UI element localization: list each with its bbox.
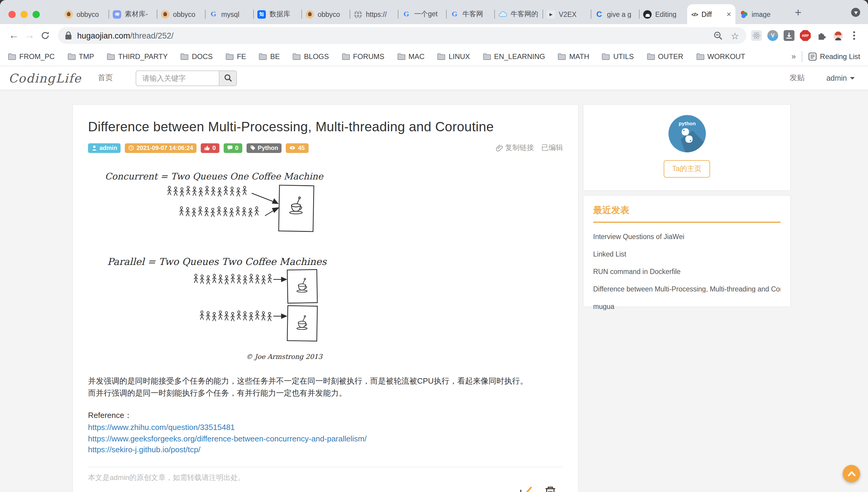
- folder-icon: [292, 53, 301, 60]
- bookmark-folder-outer[interactable]: OUTER: [647, 52, 683, 60]
- tab-niuke-2[interactable]: 牛客网的: [494, 4, 542, 24]
- recent-post-link[interactable]: Interview Questions of JiaWei: [593, 233, 781, 240]
- reference-link[interactable]: https://www.geeksforgeeks.org/difference…: [88, 434, 563, 444]
- likes-badge: 0: [201, 143, 219, 153]
- folder-icon: [437, 53, 446, 60]
- recent-post-link[interactable]: Linked List: [593, 250, 781, 258]
- bookmark-folder-mac[interactable]: MAC: [397, 52, 424, 60]
- forward-button[interactable]: →: [22, 28, 38, 43]
- tab-diff-active[interactable]: </> Diff ×: [687, 4, 735, 24]
- python-avatar[interactable]: python: [668, 115, 706, 152]
- google-favicon: G: [209, 10, 218, 18]
- reload-button[interactable]: [38, 28, 53, 43]
- article-actions: [88, 485, 563, 492]
- tab-list: obbyco 素材库- obbyco G mysql 知 数据库 obbyco: [60, 4, 783, 24]
- bookmark-folder-be[interactable]: BE: [259, 52, 280, 60]
- tab-image[interactable]: image: [735, 4, 783, 24]
- cloud-favicon: [498, 10, 507, 18]
- folder-icon: [397, 53, 405, 60]
- tab-niuke-1[interactable]: G 牛客网: [446, 4, 494, 24]
- recent-post-link[interactable]: RUN command in Dockerfile: [593, 268, 781, 275]
- profile-avatar-icon[interactable]: [832, 30, 843, 41]
- bookmarks-overflow-chevron[interactable]: »: [792, 52, 796, 61]
- url-text: hugaojian.com/thread/252/: [77, 31, 173, 40]
- adblock-plus-icon[interactable]: ABP: [800, 30, 811, 41]
- folder-icon: [181, 53, 189, 60]
- back-to-top-button[interactable]: [843, 465, 860, 482]
- obbyco-favicon: [161, 10, 169, 18]
- tab-obbyco-3[interactable]: obbyco: [301, 4, 350, 24]
- folder-icon: [226, 53, 234, 60]
- obbyco-favicon: [306, 10, 314, 18]
- article-card: Difference between Multi-Processing, Mul…: [72, 104, 579, 492]
- tab-search-button[interactable]: [851, 8, 860, 17]
- delete-post-icon[interactable]: [544, 486, 557, 492]
- fullscreen-window-button[interactable]: [32, 11, 40, 18]
- bookmark-folder-tmp[interactable]: TMP: [67, 52, 94, 60]
- tab-editing[interactable]: Editing: [639, 4, 687, 24]
- globe-favicon: [354, 10, 362, 18]
- bookmark-folder-linux[interactable]: LINUX: [437, 52, 470, 60]
- github-favicon: [643, 10, 652, 18]
- nav-home-link[interactable]: 首页: [98, 73, 113, 83]
- tab-sucaiku[interactable]: 素材库-: [109, 4, 157, 24]
- new-tab-button[interactable]: +: [791, 5, 805, 20]
- bookmark-folder-utils[interactable]: UTILS: [602, 52, 634, 60]
- code-favicon: </>: [691, 10, 698, 18]
- tag-icon: [250, 145, 255, 151]
- views-badge: 45: [286, 143, 308, 153]
- copy-link-button[interactable]: 复制链接: [496, 143, 534, 153]
- bookmark-folder-blogs[interactable]: BLOGS: [292, 52, 329, 60]
- bookmark-folder-fe[interactable]: FE: [226, 52, 246, 60]
- url-path: /thread/252/: [130, 31, 173, 40]
- tab-https[interactable]: https://: [350, 4, 398, 24]
- codeforces-favicon: C: [595, 10, 603, 18]
- folder-icon: [259, 53, 267, 60]
- article-divider: [88, 467, 563, 467]
- download-extension-icon[interactable]: [783, 30, 795, 41]
- reference-link[interactable]: https://www.zhihu.com/question/33515481: [88, 423, 563, 433]
- tab-yige-get[interactable]: G 一个get: [398, 4, 446, 24]
- search-button[interactable]: [219, 70, 237, 86]
- site-logo[interactable]: CodingLife: [8, 71, 81, 85]
- bookmark-folder-workout[interactable]: WORKOUT: [696, 52, 745, 60]
- reference-link[interactable]: https://sekiro-j.github.io/post/tcp/: [88, 445, 563, 455]
- recent-posts-list: Interview Questions of JiaWei Linked Lis…: [593, 233, 781, 310]
- recent-posts-title: 最近发表: [593, 205, 781, 223]
- new-post-link[interactable]: 发贴: [790, 73, 805, 83]
- react-devtools-icon[interactable]: [751, 30, 762, 41]
- minimize-window-button[interactable]: [21, 11, 28, 18]
- tab-v2ex[interactable]: ▸ V2EX: [542, 4, 591, 24]
- back-button[interactable]: ←: [6, 28, 22, 43]
- bookmark-folder-forums[interactable]: FORUMS: [342, 52, 384, 60]
- address-bar[interactable]: hugaojian.com/thread/252/ ☆: [58, 27, 746, 44]
- extensions-puzzle-icon[interactable]: [816, 30, 827, 41]
- bookmark-folder-third-party[interactable]: THIRD_PARTY: [107, 52, 168, 60]
- author-homepage-button[interactable]: Ta的主页: [664, 160, 710, 178]
- tab-obbyco-2[interactable]: obbyco: [157, 4, 205, 24]
- obbyco-favicon: [65, 10, 73, 18]
- tab-give-a-g[interactable]: C give a g: [591, 4, 639, 24]
- browser-window: obbyco 素材库- obbyco G mysql 知 数据库 obbyco: [0, 0, 868, 492]
- close-tab-icon[interactable]: ×: [727, 10, 731, 18]
- close-window-button[interactable]: [8, 11, 16, 18]
- bookmark-folder-from-pc[interactable]: FROM_PC: [8, 52, 54, 60]
- vimium-icon[interactable]: V: [767, 30, 778, 41]
- bookmark-star-icon[interactable]: ☆: [731, 31, 739, 40]
- bookmark-folder-en-learning[interactable]: EN_LEARNING: [483, 52, 545, 60]
- reading-list-button[interactable]: Reading List: [808, 52, 860, 60]
- lock-icon: [65, 31, 72, 40]
- recent-post-link[interactable]: Difference between Multi-Processing, Mul…: [593, 286, 781, 293]
- zoom-out-icon[interactable]: [713, 31, 722, 40]
- edit-post-icon[interactable]: [518, 485, 534, 492]
- tab-mysql[interactable]: G mysql: [205, 4, 253, 24]
- user-menu[interactable]: admin: [826, 74, 855, 82]
- folder-icon: [696, 53, 704, 60]
- bookmark-folder-docs[interactable]: DOCS: [181, 52, 213, 60]
- tab-shujuku[interactable]: 知 数据库: [253, 4, 301, 24]
- bookmark-folder-math[interactable]: MATH: [558, 52, 589, 60]
- tab-obbyco-1[interactable]: obbyco: [60, 4, 109, 24]
- recent-post-link[interactable]: mugua: [593, 303, 781, 310]
- browser-menu-icon[interactable]: [849, 30, 860, 41]
- search-input[interactable]: [136, 70, 219, 86]
